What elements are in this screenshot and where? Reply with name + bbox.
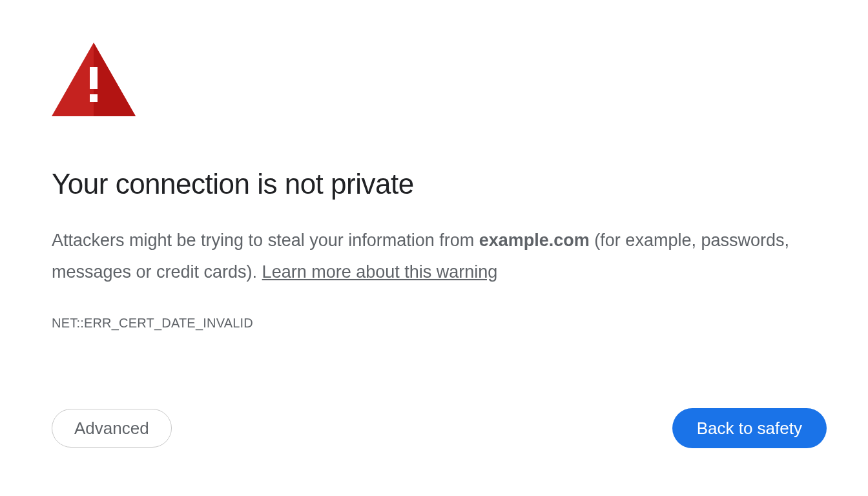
advanced-button[interactable]: Advanced	[52, 409, 172, 448]
error-code: NET::ERR_CERT_DATE_INVALID	[52, 316, 827, 331]
page-title: Your connection is not private	[52, 168, 827, 200]
learn-more-link[interactable]: Learn more about this warning	[262, 262, 498, 282]
back-to-safety-button[interactable]: Back to safety	[672, 408, 827, 448]
warning-prefix: Attackers might be trying to steal your …	[52, 231, 479, 250]
svg-rect-2	[90, 67, 98, 89]
warning-triangle-icon	[52, 43, 136, 116]
button-row: Advanced Back to safety	[52, 408, 827, 448]
svg-marker-1	[94, 43, 136, 116]
warning-body: Attackers might be trying to steal your …	[52, 225, 801, 287]
warning-host: example.com	[479, 231, 590, 250]
svg-rect-3	[90, 94, 98, 102]
